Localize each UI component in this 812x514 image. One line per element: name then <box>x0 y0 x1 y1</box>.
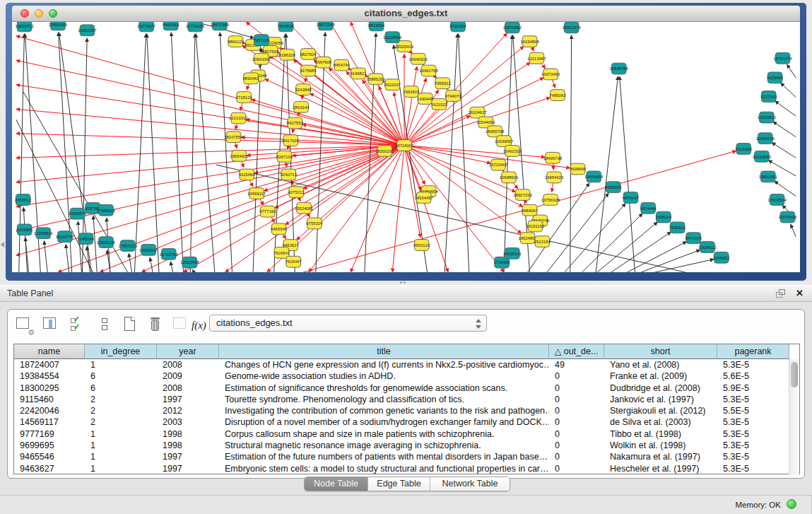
table-row[interactable]: 2242004622012Investigating the contribut… <box>14 405 789 416</box>
graph-node-label: 18955798 <box>486 129 505 134</box>
table-type-tabs: Node TableEdge TableNetwork Table <box>304 477 510 491</box>
table-row[interactable]: 1830029562008Estimation of significance … <box>14 382 789 394</box>
graph-node-label: 12505135 <box>97 240 116 245</box>
new-table-icon[interactable] <box>121 316 139 334</box>
graph-edge[interactable] <box>404 146 490 163</box>
tab-edge-table[interactable]: Edge Table <box>368 477 430 491</box>
graph-node-label: 20206576 <box>68 211 87 216</box>
panel-collapse-arrow-icon[interactable] <box>1 242 4 247</box>
graph-edge[interactable] <box>44 241 47 272</box>
column-visibility-icon[interactable] <box>42 316 60 334</box>
graph-edge[interactable] <box>404 116 471 146</box>
graph-edge[interactable] <box>150 257 153 272</box>
scrollbar-thumb[interactable] <box>791 362 798 387</box>
graph-node-label: 10973493 <box>541 72 560 76</box>
graph-edge[interactable] <box>220 33 232 272</box>
graph-edge[interactable] <box>129 253 131 272</box>
table-toolbar: ⚙ ✓ ✓ f(x) <box>13 315 800 339</box>
table-cell: 5.3E-5 <box>717 428 789 440</box>
table-settings-icon[interactable]: ⚙ <box>15 316 33 334</box>
graph-edge[interactable] <box>655 259 714 272</box>
graph-edge[interactable] <box>16 60 404 145</box>
memory-ok-indicator[interactable] <box>787 499 796 509</box>
graph-edge[interactable] <box>773 122 796 137</box>
graph-edge[interactable] <box>611 232 671 272</box>
graph-edge[interactable] <box>404 146 545 158</box>
graph-node-label: 14136141 <box>503 252 522 256</box>
graph-node-label: 19958167 <box>139 248 158 252</box>
graph-node-label: 16210643 <box>753 155 772 159</box>
column-header-in_degree[interactable]: in_degree <box>85 344 157 359</box>
table-row[interactable]: 1872400712008Changes of HCN gene express… <box>14 359 789 370</box>
table-cell: Disruption of a novel member of a sodium… <box>219 416 549 428</box>
column-header-name[interactable]: name <box>14 344 85 359</box>
column-header-short[interactable]: short <box>604 344 717 359</box>
graph-node-label: 18300295 <box>375 149 394 153</box>
delete-trash-icon[interactable] <box>146 316 165 334</box>
table-selector-dropdown[interactable]: citations_edges.txt <box>209 315 487 332</box>
column-checklist-icon[interactable]: ✓ ✓ <box>69 316 87 334</box>
graph-edge[interactable] <box>392 146 404 272</box>
table-cell: 5.9E-5 <box>717 382 789 394</box>
splitter-handle[interactable] <box>400 281 408 284</box>
graph-edge[interactable] <box>772 142 796 158</box>
table-cell: Hescheler et al. (1997) <box>604 463 717 474</box>
table-scrollbar[interactable] <box>789 359 799 474</box>
graph-edge[interactable] <box>16 85 404 146</box>
column-header-pagerank[interactable]: pagerank <box>717 344 789 359</box>
graph-edge[interactable] <box>791 224 796 237</box>
column-header-title[interactable]: title <box>219 344 549 359</box>
table-row[interactable]: 1938455462009Genome-wide association stu… <box>14 370 789 382</box>
graph-node-label: 10688609 <box>500 175 518 180</box>
graph-edge[interactable] <box>316 33 325 272</box>
graph-edge[interactable] <box>170 262 172 272</box>
graph-edge[interactable] <box>309 146 404 272</box>
close-panel-icon[interactable]: ✕ <box>796 288 804 298</box>
table-row[interactable]: 946362711997Embryonic stem cells: a mode… <box>14 463 789 474</box>
graph-node-label: 9684067 <box>522 209 538 213</box>
function-builder-icon[interactable]: f(x) <box>192 319 210 337</box>
table-row[interactable]: 911546021997Tourette syndrome. Phenomeno… <box>14 394 789 405</box>
graph-edge[interactable] <box>781 83 796 97</box>
row-options-icon[interactable] <box>95 316 114 334</box>
graph-edge[interactable] <box>66 244 69 272</box>
graph-node-label: 18325419 <box>395 45 413 49</box>
graph-edge[interactable] <box>404 146 421 191</box>
table-cell: 5.3E-5 <box>717 451 789 462</box>
graph-edge[interactable] <box>16 146 404 207</box>
graph-edge[interactable] <box>570 35 572 272</box>
zoom-button[interactable] <box>49 9 57 18</box>
network-window-titlebar[interactable]: citations_edges.txt <box>12 6 800 22</box>
network-canvas[interactable]: 1872400718300295986012389129541822605898… <box>12 22 800 272</box>
graph-edge[interactable] <box>190 34 195 272</box>
table-row[interactable]: 1456911722003Disruption of a novel membe… <box>14 416 789 428</box>
graph-edge[interactable] <box>196 34 215 272</box>
graph-node-label: 1733426 <box>494 260 511 264</box>
graph-edge[interactable] <box>16 36 404 146</box>
column-header-year[interactable]: year <box>157 344 219 359</box>
graph-edge[interactable] <box>620 76 635 272</box>
graph-edge[interactable] <box>787 64 796 78</box>
graph-node-label: 8454749 <box>334 63 350 67</box>
float-window-icon[interactable] <box>776 289 787 298</box>
graph-edge[interactable] <box>193 269 194 272</box>
table-row[interactable]: 969969511998Structural magnetic resonanc… <box>14 440 789 451</box>
graph-node-label: 9260713 <box>281 173 298 177</box>
graph-node-label: 8427552 <box>287 121 303 125</box>
graph-edge[interactable] <box>445 34 457 272</box>
table-cell: 2008 <box>157 359 219 370</box>
graph-edge[interactable] <box>775 101 796 116</box>
table-row[interactable]: 946554611997Estimation of the future num… <box>14 451 789 462</box>
minimize-button[interactable] <box>35 9 43 18</box>
tab-node-table[interactable]: Node Table <box>305 477 368 491</box>
graph-edge[interactable] <box>16 109 404 145</box>
graph-edge[interactable] <box>19 34 25 272</box>
graph-edge[interactable] <box>628 242 687 272</box>
close-button[interactable] <box>20 9 29 18</box>
column-header-out_de[interactable]: △ out_de... <box>549 344 604 359</box>
table-row[interactable]: 977716911998Corpus callosum shape and si… <box>14 428 789 440</box>
graph-edge[interactable] <box>404 146 420 238</box>
table-cell: 2 <box>85 405 157 416</box>
tab-network-table[interactable]: Network Table <box>430 477 510 491</box>
table-cell: Yano et al. (2008) <box>604 359 717 370</box>
